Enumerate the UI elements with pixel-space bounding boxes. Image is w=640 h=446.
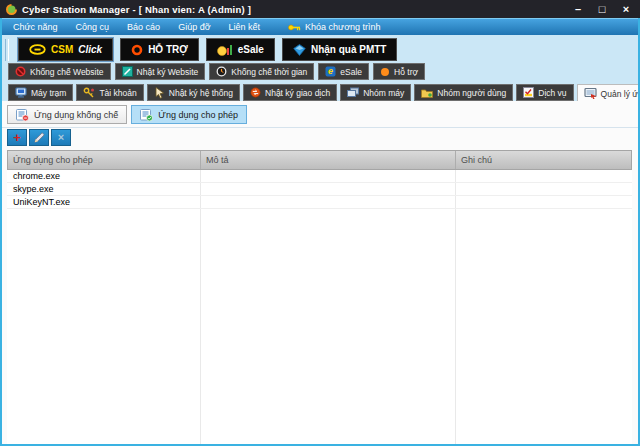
toolbar-grip[interactable] [5, 39, 9, 61]
column-header-description[interactable]: Mô tả [201, 151, 456, 169]
close-button[interactable]: × [618, 1, 634, 17]
gift-diamond-icon [293, 44, 306, 56]
delete-app-button[interactable]: × [51, 129, 71, 146]
window-title: Cyber Station Manager - [ Nhan vien: A (… [22, 4, 251, 15]
support-dot-icon [380, 67, 390, 77]
esale-button[interactable]: eSale [206, 38, 275, 61]
subtab-ung-dung-cho-phep[interactable]: Ứng dụng cho phép [131, 105, 247, 124]
user-group-folder-icon [421, 88, 433, 98]
table-row[interactable]: UniKeyNT.exe [7, 196, 632, 209]
tab-tai-khoan[interactable]: Tài khoản [76, 84, 143, 101]
edit-app-button[interactable] [29, 129, 49, 146]
transaction-log-icon [250, 87, 261, 98]
app-manager-icon [584, 88, 597, 99]
menu-bar: Chức năng Công cụ Báo cáo Giúp đỡ Liên k… [0, 18, 640, 35]
menu-chuc-nang[interactable]: Chức năng [4, 19, 67, 35]
x-icon: × [58, 132, 64, 143]
computer-group-icon [347, 87, 359, 98]
ho-tro-button[interactable]: HỖ TRỢ [120, 38, 199, 61]
column-divider [200, 170, 201, 444]
key-icon [288, 24, 301, 31]
subtab-ung-dung-khong-che[interactable]: Ứng dụng khống chế [7, 105, 127, 124]
tab-nhom-may[interactable]: Nhóm máy [340, 84, 411, 101]
cell-description [200, 183, 455, 195]
tab-nhom-nguoi-dung[interactable]: Nhóm người dùng [414, 84, 513, 101]
cell-note [455, 183, 632, 195]
tab-nhat-ky-he-thong[interactable]: Nhật ký hệ thống [147, 84, 240, 101]
svg-text:e: e [328, 66, 333, 76]
blocked-app-list-icon [16, 109, 29, 121]
khong-che-website-button[interactable]: Khống chế Website [8, 63, 111, 80]
block-website-icon [15, 66, 26, 77]
secondary-toolbar: Khống chế Website Nhật ký Website Khống … [8, 63, 425, 80]
tab-quan-ly-ung-dung[interactable]: Quản lý ứng dụng [577, 84, 640, 102]
app-logo-icon [6, 4, 17, 15]
column-header-app[interactable]: Ứng dụng cho phép [8, 151, 201, 169]
menu-bao-cao[interactable]: Báo cáo [118, 19, 169, 35]
website-log-icon [122, 66, 133, 77]
subtab-divider [2, 127, 638, 128]
esale-small-button[interactable]: e eSale [318, 63, 369, 80]
plus-icon: + [13, 131, 21, 144]
cell-note [455, 196, 632, 208]
cell-app-name: skype.exe [7, 183, 200, 195]
tab-nhat-ky-giao-dich[interactable]: Nhật ký giao dịch [243, 84, 337, 101]
tab-dich-vu[interactable]: Dịch vụ [516, 84, 573, 101]
menu-cong-cu[interactable]: Công cụ [67, 19, 119, 35]
subtab-bar: Ứng dụng khống chế Ứng dụng cho phép [7, 105, 247, 124]
system-log-cursor-icon [154, 87, 165, 99]
action-toolbar: + × [7, 129, 71, 146]
account-key-icon [83, 87, 95, 98]
cell-app-name: UniKeyNT.exe [7, 196, 200, 208]
allowed-apps-table: Ứng dụng cho phép Mô tả Ghi chú chrome.e… [7, 150, 632, 444]
table-row[interactable]: chrome.exe [7, 170, 632, 183]
table-body: chrome.exe skype.exe UniKeyNT.exe Downlo… [7, 170, 632, 444]
menu-giup-do[interactable]: Giúp đỡ [169, 19, 219, 35]
maximize-button[interactable]: □ [594, 1, 610, 17]
table-row[interactable]: skype.exe [7, 183, 632, 196]
clock-icon [216, 66, 227, 77]
title-bar: Cyber Station Manager - [ Nhan vien: A (… [0, 0, 640, 18]
column-header-note[interactable]: Ghi chú [456, 151, 631, 169]
ho-tro-small-button[interactable]: Hỗ trợ [373, 63, 425, 80]
support-ring-icon [131, 44, 143, 56]
cell-description [200, 170, 455, 182]
menu-lien-ket[interactable]: Liên kết [220, 19, 270, 35]
cell-app-name: chrome.exe [7, 170, 200, 182]
esale-chart-icon [217, 44, 233, 56]
pencil-icon [34, 132, 45, 143]
add-app-button[interactable]: + [7, 129, 27, 146]
tab-may-tram[interactable]: Máy trạm [8, 84, 73, 101]
minimize-button[interactable]: – [570, 1, 586, 17]
main-tab-bar: Máy trạm Tài khoản Nhật ký hệ thống Nhật… [8, 84, 640, 102]
primary-toolbar: CSM Click HỖ TRỢ eSale Nhận quà PMTT [5, 38, 397, 61]
app-window: Cyber Station Manager - [ Nhan vien: A (… [0, 0, 640, 446]
allowed-app-list-icon [140, 109, 153, 121]
nhat-ky-website-button[interactable]: Nhật ký Website [115, 63, 206, 80]
service-icon [523, 87, 534, 98]
khong-che-thoi-gian-button[interactable]: Khống chế thời gian [209, 63, 314, 80]
nhan-qua-pmtt-button[interactable]: Nhận quà PMTT [282, 38, 398, 61]
content-area: Ứng dụng khống chế Ứng dụng cho phép + × [2, 101, 638, 444]
csm-click-button[interactable]: CSM Click [18, 38, 113, 61]
esale-e-icon: e [325, 66, 336, 77]
cell-description [200, 196, 455, 208]
window-border [0, 18, 2, 446]
workstation-icon [15, 87, 27, 98]
csm-logo-icon [29, 44, 46, 55]
cell-note [455, 170, 632, 182]
column-divider [455, 170, 456, 444]
menu-khoa-chuong-trinh[interactable]: Khóa chương trình [279, 19, 389, 35]
table-header: Ứng dụng cho phép Mô tả Ghi chú [7, 150, 632, 170]
